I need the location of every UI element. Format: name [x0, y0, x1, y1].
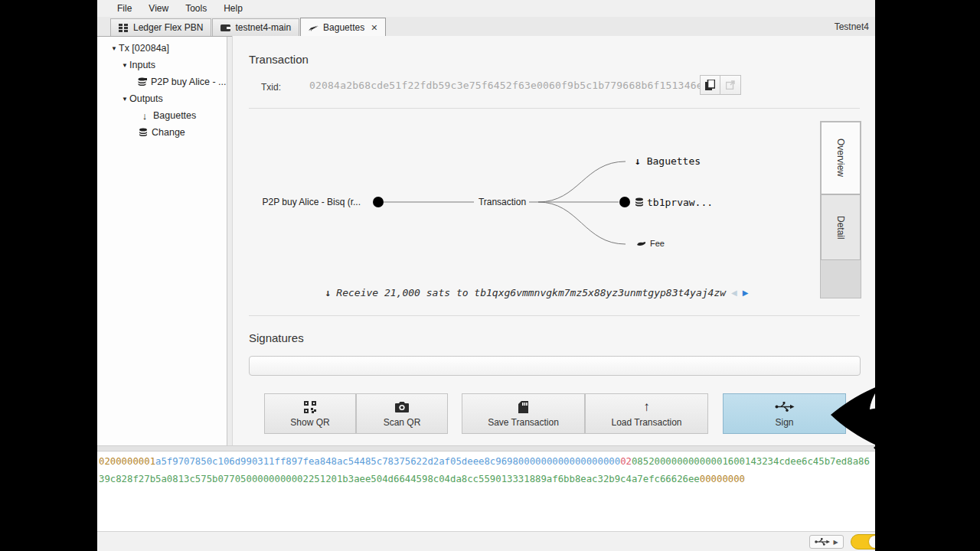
hex-line: 39c828f27b5a0813c575b0770500000000002251…	[97, 471, 875, 488]
save-transaction-button[interactable]: Save Transaction	[462, 393, 585, 434]
transaction-tree: ▼ Tx [02084a] ▼ Inputs P2P buy Alice - .…	[97, 37, 227, 445]
tab-label: Baguettes	[323, 22, 364, 33]
status-bar: ▶	[97, 531, 875, 551]
tab-overview[interactable]: Overview	[821, 122, 861, 194]
transaction-diagram: P2P buy Alice - Bisq (r... Transaction ↓…	[253, 115, 820, 314]
tab-baguettes[interactable]: Baguettes ✕	[300, 18, 386, 37]
coins-icon	[635, 197, 644, 207]
menu-view[interactable]: View	[140, 1, 177, 16]
signatures-heading: Signatures	[249, 331, 304, 344]
tree-item-outputs[interactable]: ▼ Outputs	[97, 90, 227, 107]
tab-detail[interactable]: Detail	[821, 194, 861, 260]
receive-summary: Receive 21,000 sats to tb1qxg6vmmnvgkm7m…	[336, 287, 726, 298]
copy-icon	[705, 80, 715, 90]
expand-icon[interactable]: ▼	[120, 96, 129, 103]
up-arrow-icon: ↑	[643, 400, 650, 414]
expand-icon[interactable]: ▼	[120, 62, 129, 69]
hex-line: 0200000001a5f9707850c106d990311ff897fea8…	[97, 453, 875, 471]
diagram-output-change[interactable]: tb1prvaw...	[635, 197, 713, 208]
hex-lines: 0200000001a5f9707850c106d990311ff897fea8…	[97, 452, 875, 488]
diagram-output-fee[interactable]: Fee	[636, 239, 665, 248]
tab-bar: Ledger Flex PBN testnet4-main	[97, 17, 875, 37]
show-qr-button[interactable]: Show QR	[264, 393, 356, 434]
button-label: Scan QR	[384, 417, 421, 428]
screen: File View Tools Help Ledger Flex PBN	[0, 0, 980, 551]
letterbox-left	[0, 0, 97, 551]
separator	[249, 108, 860, 109]
menu-file[interactable]: File	[109, 1, 140, 16]
tree-label: Outputs	[129, 93, 163, 104]
output-label: Fee	[650, 239, 665, 248]
tab-label: testnet4-main	[235, 22, 291, 33]
tree-label: Inputs	[129, 60, 155, 70]
camera-icon	[395, 400, 409, 414]
network-label: Testnet4	[835, 21, 869, 32]
send-icon	[309, 24, 318, 32]
receive-arrow-icon: ↓	[325, 287, 332, 298]
ledger-icon	[119, 24, 129, 32]
transaction-panel: Transaction Txid: 02084a2b68cde51f22fdb5…	[232, 36, 875, 445]
signatures-progress	[249, 356, 861, 376]
pointer-arrow-annotation	[829, 383, 913, 463]
diagram-input-node[interactable]: P2P buy Alice - Bisq (r...	[253, 197, 361, 207]
wallet-icon	[220, 24, 230, 32]
qr-icon	[304, 400, 316, 414]
menu-bar: File View Tools Help	[97, 0, 875, 17]
sign-button[interactable]: Sign	[723, 393, 846, 434]
tab-testnet4-main[interactable]: testnet4-main	[212, 18, 299, 36]
view-tabs: Overview Detail	[820, 121, 861, 298]
tree-label: Change	[152, 127, 185, 138]
tab-label: Ledger Flex PBN	[133, 22, 203, 33]
dropdown-icon: ▶	[833, 539, 838, 546]
scan-qr-button[interactable]: Scan QR	[356, 393, 448, 434]
external-link-icon	[726, 80, 735, 90]
output-label: Baguettes	[647, 155, 701, 167]
tree-item-output-change[interactable]: Change	[97, 124, 227, 141]
expand-icon[interactable]: ▼	[109, 45, 119, 52]
next-output-icon[interactable]: ▶	[743, 289, 749, 297]
tree-label: Baguettes	[153, 110, 196, 121]
coins-icon	[137, 77, 148, 86]
usb-icon	[815, 538, 830, 546]
button-label: Save Transaction	[488, 417, 559, 428]
tab-ledger-flex-pbn[interactable]: Ledger Flex PBN	[110, 18, 211, 36]
output-label: tb1prvaw...	[647, 197, 713, 208]
tree-item-input-p2p[interactable]: P2P buy Alice - ...	[97, 73, 227, 90]
load-transaction-button[interactable]: ↑ Load Transaction	[585, 393, 708, 434]
coins-icon	[138, 128, 149, 137]
txid-label: Txid:	[261, 82, 281, 93]
letterbox-right	[875, 0, 980, 551]
transaction-heading: Transaction	[249, 53, 309, 66]
menu-tools[interactable]: Tools	[177, 1, 215, 16]
diagram-output-baguettes[interactable]: ↓ Baguettes	[635, 155, 701, 167]
tree-item-output-baguettes[interactable]: ↓ Baguettes	[97, 107, 227, 124]
button-label: Load Transaction	[611, 417, 681, 428]
close-icon[interactable]: ✕	[371, 23, 377, 33]
app-window: File View Tools Help Ledger Flex PBN	[97, 0, 875, 551]
tree-label: Tx [02084a]	[119, 43, 169, 54]
button-label: Show QR	[290, 417, 329, 428]
open-external-button[interactable]	[720, 75, 741, 95]
diagram-transaction-node: Transaction	[475, 197, 529, 207]
fee-hand-icon	[636, 240, 646, 246]
usb-device-button[interactable]: ▶	[809, 535, 844, 549]
diagram-lines	[253, 115, 820, 314]
separator	[249, 315, 860, 316]
receive-summary-row: ↓ Receive 21,000 sats to tb1qxg6vmmnvgkm…	[253, 287, 820, 298]
txid-value: 02084a2b68cde51f22fdb59c3e75f6452f63e006…	[309, 80, 703, 91]
sd-card-icon	[518, 400, 528, 414]
tree-item-inputs[interactable]: ▼ Inputs	[97, 57, 227, 73]
receive-arrow-icon: ↓	[139, 110, 150, 122]
txid-buttons	[700, 75, 741, 95]
raw-transaction-hex: 0200000001a5f9707850c106d990311ff897fea8…	[97, 452, 875, 531]
usb-icon	[775, 400, 795, 414]
menu-help[interactable]: Help	[215, 1, 251, 16]
receive-arrow-icon: ↓	[635, 155, 641, 167]
tree-item-tx[interactable]: ▼ Tx [02084a]	[97, 40, 227, 57]
copy-button[interactable]	[700, 75, 720, 95]
button-label: Sign	[775, 417, 793, 428]
tree-label: P2P buy Alice - ...	[151, 77, 226, 87]
panel-splitter[interactable]	[97, 445, 875, 452]
prev-output-icon[interactable]: ◀	[731, 289, 737, 297]
